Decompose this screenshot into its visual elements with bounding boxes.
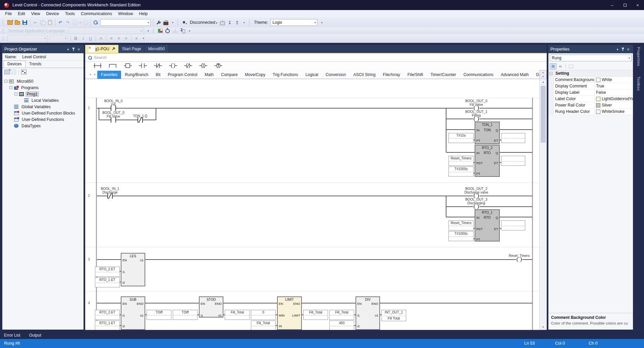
- direct-contact-icon[interactable]: [138, 62, 148, 69]
- search-options-icon[interactable]: [92, 19, 99, 26]
- upload-icon[interactable]: ↥: [234, 19, 240, 26]
- bottom-tab-output[interactable]: Output: [29, 333, 41, 338]
- navigate-back-caret-icon[interactable]: ▾: [78, 19, 82, 26]
- bottom-tab-error-list[interactable]: Error List: [4, 333, 20, 338]
- reverse-coil-icon[interactable]: [183, 62, 193, 69]
- build-icon[interactable]: [155, 19, 162, 26]
- scroll-down-icon[interactable]: ▼: [540, 75, 546, 79]
- quick-search-combo[interactable]: ▾: [100, 19, 151, 26]
- reverse-contact-icon[interactable]: [153, 62, 163, 69]
- pin-icon[interactable]: [71, 47, 76, 51]
- category-tab-compare[interactable]: Compare: [217, 71, 241, 79]
- operand-box[interactable]: [501, 133, 525, 143]
- instruction-search-bar[interactable]: Search: [85, 54, 547, 62]
- block-div[interactable]: DIVENENOi1o1i2: [356, 296, 380, 330]
- operand-box-450[interactable]: 450: [329, 321, 354, 330]
- operand-box-rto-1-et[interactable]: RTO_1.ET: [95, 277, 120, 287]
- toolbar-overflow-icon[interactable]: ▾: [170, 21, 175, 24]
- rising-pulse-coil-icon[interactable]: [198, 62, 208, 69]
- graphic-terminal-icon[interactable]: [157, 27, 164, 34]
- vertical-scrollbar[interactable]: ▲ ▼: [539, 79, 547, 330]
- property-value[interactable]: False: [595, 89, 633, 95]
- category-tab-math[interactable]: Math: [201, 71, 217, 79]
- scrollbar-thumb[interactable]: [541, 86, 546, 143]
- category-tab-bit[interactable]: Bit: [152, 71, 164, 79]
- document-tab-prog1-pou[interactable]: Prog1-POU×: [85, 45, 119, 53]
- download-terminal-icon[interactable]: [179, 27, 186, 34]
- toolbar-overflow-icon[interactable]: ▾: [242, 21, 247, 24]
- block-icon[interactable]: [123, 62, 133, 69]
- power-icon[interactable]: [164, 27, 171, 34]
- operand-box-t-1000s[interactable]: T#1000s: [448, 166, 474, 177]
- property-value[interactable]: True: [595, 83, 633, 89]
- organizer-tab-trends[interactable]: Trends: [25, 61, 45, 68]
- undo-icon[interactable]: ↶: [57, 19, 64, 26]
- operand-box-0[interactable]: 0: [251, 310, 276, 320]
- tree-item-user-defined-function-blocks[interactable]: User-Defined Function Blocks: [2, 110, 84, 116]
- operand-box-t-1000s[interactable]: T#1000s: [448, 231, 474, 241]
- italic-icon[interactable]: I: [80, 35, 87, 42]
- operand-box-rto-1-et[interactable]: RTO_1.ET: [95, 321, 120, 330]
- close-icon[interactable]: ✕: [626, 48, 631, 51]
- open-project-icon[interactable]: [14, 19, 21, 26]
- property-value[interactable]: LightGoldenrodYellow: [595, 96, 633, 102]
- organizer-tab-devices[interactable]: Devices: [4, 61, 25, 68]
- list-icon[interactable]: ≡: [133, 35, 140, 42]
- rung-number-3[interactable]: 3: [88, 257, 90, 261]
- rung-icon[interactable]: [93, 62, 103, 69]
- sidebar-tab-toolbox[interactable]: Toolbox: [637, 76, 641, 91]
- category-tab-rung-branch[interactable]: Rung/Branch: [121, 71, 152, 79]
- menu-device[interactable]: Device: [43, 11, 62, 17]
- block-limit[interactable]: LIMITENENOMINLIMITIN: [277, 296, 302, 330]
- category-tab-program-control[interactable]: Program Control: [164, 71, 201, 79]
- font-color-icon[interactable]: A: [98, 35, 104, 42]
- category-tab-trig-functions[interactable]: Trig Functions: [269, 71, 302, 79]
- tree-item-prog1[interactable]: -Prog1: [2, 91, 84, 97]
- new-project-icon[interactable]: [7, 19, 13, 26]
- connection-browser-icon[interactable]: [219, 19, 226, 26]
- navigate-back-icon[interactable]: ‹: [72, 20, 77, 25]
- operand-box-t-10s[interactable]: T#10s: [448, 133, 474, 143]
- menu-communications[interactable]: Communications: [78, 11, 115, 17]
- align-center-icon[interactable]: ≡: [115, 35, 122, 42]
- operand-box-rto-2-et[interactable]: RTO_2.ET: [95, 267, 120, 277]
- expander-icon[interactable]: -: [9, 86, 12, 89]
- remove-device-icon[interactable]: [11, 70, 16, 74]
- close-icon[interactable]: ✕: [76, 48, 82, 51]
- align-right-icon[interactable]: ≡: [123, 35, 129, 42]
- menu-window[interactable]: Window: [115, 11, 136, 17]
- tree-item-local-variables[interactable]: Local Variables: [2, 97, 84, 103]
- scroll-left-icon[interactable]: ◄: [88, 73, 93, 79]
- category-tab-timer-counter[interactable]: Timer/Counter: [427, 71, 460, 79]
- document-tab-micro850[interactable]: Micro850: [145, 45, 168, 53]
- bold-icon[interactable]: B: [72, 35, 79, 42]
- close-button[interactable]: ×: [631, 0, 644, 10]
- underline-icon[interactable]: U: [87, 35, 94, 42]
- operand-box-tdiff[interactable]: TDiff: [147, 310, 171, 320]
- theme-combo[interactable]: Logix▾: [270, 19, 317, 26]
- panel-menu-icon[interactable]: ▾: [615, 48, 620, 51]
- property-group-setting[interactable]: - Setting: [548, 70, 633, 77]
- property-value[interactable]: WhiteSmoke: [595, 109, 633, 115]
- operand-box-reset-timers[interactable]: Reset_Timers: [448, 220, 474, 230]
- property-value[interactable]: White: [595, 77, 633, 83]
- maximize-button[interactable]: [619, 0, 631, 10]
- tree-item-global-variables[interactable]: Global Variables: [2, 103, 84, 110]
- tree-item-datatypes[interactable]: DataTypes: [2, 123, 84, 129]
- category-tab-communications[interactable]: Communications: [460, 71, 497, 79]
- connection-status-label[interactable]: Disconnected ▾: [190, 20, 217, 25]
- editor-split-buttons[interactable]: ▲▼: [539, 70, 547, 79]
- block-rto-2[interactable]: RTO_2RTOINQRSTETPT: [475, 145, 500, 177]
- toolbar-overflow-icon[interactable]: ▾: [187, 29, 192, 32]
- pin-icon[interactable]: [111, 46, 116, 52]
- organize-view-icon[interactable]: [21, 70, 26, 74]
- operand-box[interactable]: [501, 156, 525, 166]
- minimize-button[interactable]: –: [606, 0, 619, 10]
- category-tab-file-shift[interactable]: File/Shift: [404, 71, 427, 79]
- operand-box[interactable]: [501, 220, 525, 230]
- tree-item-programs[interactable]: -Programs: [2, 84, 84, 91]
- tree-item-user-defined-functions[interactable]: User-Defined Functions: [2, 116, 84, 123]
- block-ton-1[interactable]: TON_1TONINQPTET: [475, 122, 500, 144]
- panel-menu-icon[interactable]: ▾: [65, 48, 71, 51]
- align-left-icon[interactable]: ≡: [108, 35, 115, 42]
